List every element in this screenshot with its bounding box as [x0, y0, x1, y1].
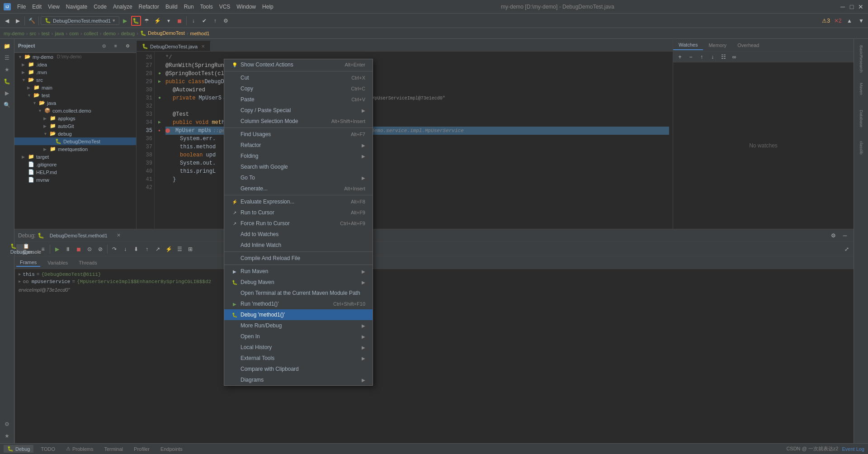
- menu-help[interactable]: Help: [259, 3, 276, 11]
- tree-item-debugdemotest[interactable]: 🐛 DebugDemoTest: [14, 137, 136, 145]
- classlib-sidebar-icon[interactable]: classlib: [856, 137, 867, 159]
- chevron-down-btn[interactable]: ▼: [856, 16, 866, 26]
- restore-layout-btn[interactable]: ⤢: [842, 244, 852, 254]
- resume-btn[interactable]: ▶: [52, 244, 62, 254]
- settings-sidebar-icon[interactable]: ⚙: [2, 419, 13, 430]
- menu-edit[interactable]: Edit: [29, 3, 44, 11]
- forward-button[interactable]: ▶: [13, 16, 23, 26]
- event-log-btn[interactable]: Event Log: [842, 446, 864, 452]
- more-run-button[interactable]: ▾: [164, 16, 174, 26]
- git-commit-button[interactable]: ✔: [199, 16, 209, 26]
- tree-item-test[interactable]: ▼ 📂 test: [14, 91, 136, 99]
- menu-analyze[interactable]: Analyze: [110, 3, 135, 11]
- run-to-cursor-btn[interactable]: ↗: [153, 244, 163, 254]
- tree-item-helpmd[interactable]: 📄 HELP.md: [14, 168, 136, 176]
- cm-paste[interactable]: Paste Ctrl+V: [224, 94, 373, 105]
- editor-tab-debugdemotest[interactable]: 🐛 DebugDemoTest.java ✕: [137, 41, 211, 51]
- maven-sidebar-icon[interactable]: Maven: [856, 78, 867, 100]
- cm-debug-maven[interactable]: 🐛 Debug Maven ▶: [224, 277, 373, 288]
- watch-layout-button[interactable]: ☷: [718, 52, 728, 62]
- var-item-mpuserservice[interactable]: ▶ oo mpUserService = {MpUserServiceImpl$…: [17, 278, 852, 285]
- tree-item-java[interactable]: ▼ 📂 java: [14, 99, 136, 107]
- coverage-button[interactable]: ☂: [142, 16, 152, 26]
- var-item-this[interactable]: ▶ this = {DebugDemoTest@6111}: [17, 271, 852, 278]
- debug-session-tab[interactable]: DebugDemoTest.method1: [46, 232, 111, 239]
- console-tab-btn[interactable]: 📋 Console: [27, 244, 37, 254]
- reset-layout-btn[interactable]: ≡: [38, 244, 48, 254]
- breadcrumb-java[interactable]: java: [55, 31, 64, 36]
- cm-column-selection[interactable]: Column Selection Mode Alt+Shift+Insert: [224, 116, 373, 127]
- breadcrumb-debug[interactable]: debug: [121, 31, 135, 36]
- menu-run[interactable]: Run: [181, 3, 197, 11]
- tree-item-applogs[interactable]: ▶ 📁 applogs: [14, 114, 136, 122]
- structure-sidebar-icon[interactable]: ☰: [2, 52, 13, 63]
- variables-tab[interactable]: Variables: [44, 259, 71, 266]
- cm-more-run-debug[interactable]: More Run/Debug ▶: [224, 320, 373, 331]
- threads-tab[interactable]: Threads: [75, 259, 100, 266]
- git-update-button[interactable]: ↓: [189, 16, 198, 26]
- force-step-into-btn[interactable]: ⬇: [131, 244, 141, 254]
- warnings-icon[interactable]: ⚠ 3: [821, 16, 831, 26]
- maximize-button[interactable]: □: [848, 3, 855, 10]
- cm-evaluate-expression[interactable]: ⚡ Evaluate Expression... Alt+F8: [224, 196, 373, 207]
- run-configuration[interactable]: 🐛 DebugDemoTest.method1 ▾: [41, 16, 119, 25]
- minimize-button[interactable]: ─: [839, 3, 846, 10]
- breadcrumb-test[interactable]: test: [42, 31, 50, 36]
- tree-item-idea[interactable]: ▶ 📁 .idea: [14, 61, 136, 68]
- step-out-btn[interactable]: ↑: [142, 244, 152, 254]
- git-push-button[interactable]: ↑: [210, 16, 220, 26]
- menu-window[interactable]: Window: [234, 3, 259, 11]
- cm-find-usages[interactable]: Find Usages Alt+F7: [224, 129, 373, 140]
- tree-item-mvnw[interactable]: 📄 mvnw: [14, 176, 136, 184]
- cm-generate[interactable]: Generate... Alt+Insert: [224, 183, 373, 194]
- move-up-watch-button[interactable]: ↑: [697, 52, 707, 62]
- watch-expand-button[interactable]: ∞: [729, 52, 739, 62]
- terminal-status-tab[interactable]: Terminal: [100, 445, 127, 453]
- expand-this-icon[interactable]: ▶: [19, 272, 21, 277]
- run-button[interactable]: ▶: [120, 16, 130, 26]
- menu-vcs[interactable]: VCS: [217, 3, 233, 11]
- cm-compare-clipboard[interactable]: Compare with Clipboard: [224, 364, 373, 374]
- cm-debug-method1[interactable]: 🐛 Debug 'method1()': [224, 309, 373, 320]
- remove-watch-button[interactable]: −: [686, 52, 696, 62]
- debug-status-tab[interactable]: 🐛 Debug: [4, 445, 33, 453]
- step-into-btn[interactable]: ↓: [120, 244, 130, 254]
- cm-cut[interactable]: Cut Ctrl+X: [224, 72, 373, 83]
- stop-button[interactable]: ◼: [175, 16, 184, 26]
- mute-breakpoints-btn[interactable]: ⊘: [95, 244, 105, 254]
- find-sidebar-icon[interactable]: 🔍: [2, 99, 13, 110]
- debug-sidebar-icon[interactable]: 🐛: [2, 76, 13, 87]
- cm-add-inline-watch[interactable]: Add Inline Watch: [224, 240, 373, 251]
- cm-diagrams[interactable]: Diagrams ▶: [224, 374, 373, 385]
- trace-current-stream-btn[interactable]: ☰: [175, 244, 184, 254]
- basicresearch-sidebar-icon[interactable]: BasicResearch: [856, 41, 867, 77]
- breadcrumb-class[interactable]: 🐛 DebugDemoTest: [140, 30, 185, 36]
- tree-item-src[interactable]: ▼ 📂 src: [14, 76, 136, 84]
- cm-local-history[interactable]: Local History ▶: [224, 342, 373, 353]
- todo-status-tab[interactable]: TODO: [37, 445, 59, 453]
- cm-run-method1[interactable]: ▶ Run 'method1()' Ctrl+Shift+F10: [224, 298, 373, 309]
- breadcrumb-method[interactable]: method1: [190, 31, 210, 36]
- frames-tab[interactable]: Frames: [16, 259, 40, 267]
- breadcrumb-collect[interactable]: collect: [84, 31, 98, 36]
- menu-build[interactable]: Build: [163, 3, 180, 11]
- debug-close-icon[interactable]: ✕: [113, 232, 124, 239]
- vcs-menu-button[interactable]: ⚙: [221, 16, 231, 26]
- debug-settings-btn[interactable]: ⚙: [828, 231, 838, 241]
- expand-mpuserservice-icon[interactable]: ▶: [19, 279, 21, 284]
- back-button[interactable]: ◀: [2, 16, 12, 26]
- bookmark-sidebar-icon[interactable]: ★: [2, 64, 13, 75]
- chevron-up-btn[interactable]: ▲: [844, 16, 854, 26]
- collapse-all[interactable]: ≡: [111, 41, 121, 51]
- profile-button[interactable]: ⚡: [153, 16, 163, 26]
- cm-open-terminal[interactable]: Open Terminal at the Current Maven Modul…: [224, 288, 373, 298]
- debug-button[interactable]: 🐛: [131, 16, 141, 26]
- tree-item-target[interactable]: ▶ 📁 target: [14, 153, 136, 161]
- view-breakpoints-btn[interactable]: ⊙: [85, 244, 94, 254]
- tree-item-autogit[interactable]: ▶ 📁 autoGit: [14, 122, 136, 130]
- tree-item-main[interactable]: ▶ 📁 main: [14, 84, 136, 91]
- tree-item-package[interactable]: ▼ 📦 com.collect.demo: [14, 107, 136, 114]
- tree-item-my-demo[interactable]: ▼ 📂 my-demo D:\my-demo: [14, 53, 136, 61]
- cm-open-in[interactable]: Open In ▶: [224, 331, 373, 342]
- cm-refactor[interactable]: Refactor ▶: [224, 140, 373, 151]
